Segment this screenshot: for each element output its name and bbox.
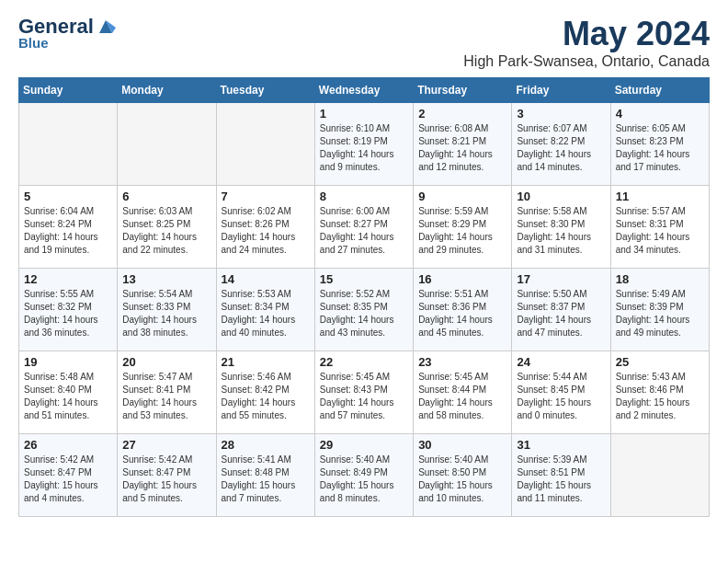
- header-sunday: Sunday: [19, 78, 118, 103]
- day-number: 16: [418, 272, 506, 286]
- day-number: 5: [24, 190, 112, 203]
- day-number: 30: [418, 438, 506, 452]
- day-info: Sunrise: 5:59 AM Sunset: 8:29 PM Dayligh…: [418, 205, 506, 257]
- day-info: Sunrise: 5:47 AM Sunset: 8:41 PM Dayligh…: [122, 371, 210, 422]
- day-number: 7: [222, 190, 310, 203]
- day-number: 11: [616, 190, 704, 203]
- day-number: 18: [616, 272, 704, 286]
- logo-blue: Blue: [18, 35, 49, 51]
- day-info: Sunrise: 5:46 AM Sunset: 8:42 PM Dayligh…: [222, 371, 310, 422]
- day-info: Sunrise: 6:04 AM Sunset: 8:24 PM Dayligh…: [24, 205, 112, 257]
- table-row: [118, 103, 216, 186]
- table-row: 26Sunrise: 5:42 AM Sunset: 8:47 PM Dayli…: [19, 434, 118, 517]
- day-info: Sunrise: 5:42 AM Sunset: 8:47 PM Dayligh…: [122, 454, 210, 505]
- calendar-week-row: 5Sunrise: 6:04 AM Sunset: 8:24 PM Daylig…: [19, 186, 710, 269]
- header-monday: Monday: [118, 78, 216, 103]
- table-row: 18Sunrise: 5:49 AM Sunset: 8:39 PM Dayli…: [610, 269, 709, 351]
- table-row: 5Sunrise: 6:04 AM Sunset: 8:24 PM Daylig…: [19, 186, 118, 269]
- day-info: Sunrise: 6:00 AM Sunset: 8:27 PM Dayligh…: [320, 205, 408, 257]
- table-row: [19, 103, 118, 186]
- day-info: Sunrise: 5:40 AM Sunset: 8:49 PM Dayligh…: [320, 454, 408, 505]
- calendar-table: Sunday Monday Tuesday Wednesday Thursday…: [18, 77, 710, 517]
- day-info: Sunrise: 5:45 AM Sunset: 8:43 PM Dayligh…: [320, 371, 408, 422]
- day-info: Sunrise: 6:02 AM Sunset: 8:26 PM Dayligh…: [222, 205, 310, 257]
- day-number: 26: [24, 438, 112, 452]
- day-info: Sunrise: 5:53 AM Sunset: 8:34 PM Dayligh…: [222, 288, 310, 339]
- table-row: 19Sunrise: 5:48 AM Sunset: 8:40 PM Dayli…: [19, 351, 118, 434]
- day-number: 21: [222, 355, 310, 369]
- table-row: 1Sunrise: 6:10 AM Sunset: 8:19 PM Daylig…: [314, 103, 413, 186]
- table-row: 15Sunrise: 5:52 AM Sunset: 8:35 PM Dayli…: [314, 269, 413, 351]
- day-number: 2: [418, 107, 506, 121]
- header-wednesday: Wednesday: [314, 78, 413, 103]
- table-row: 2Sunrise: 6:08 AM Sunset: 8:21 PM Daylig…: [414, 103, 512, 186]
- page-title: May 2024: [463, 15, 710, 53]
- table-row: 30Sunrise: 5:40 AM Sunset: 8:50 PM Dayli…: [414, 434, 512, 517]
- day-info: Sunrise: 5:58 AM Sunset: 8:30 PM Dayligh…: [517, 205, 605, 257]
- day-info: Sunrise: 5:43 AM Sunset: 8:46 PM Dayligh…: [616, 371, 704, 422]
- table-row: 28Sunrise: 5:41 AM Sunset: 8:48 PM Dayli…: [216, 434, 314, 517]
- table-row: 27Sunrise: 5:42 AM Sunset: 8:47 PM Dayli…: [118, 434, 216, 517]
- day-info: Sunrise: 5:48 AM Sunset: 8:40 PM Dayligh…: [24, 371, 112, 422]
- calendar-week-row: 1Sunrise: 6:10 AM Sunset: 8:19 PM Daylig…: [19, 103, 710, 186]
- table-row: 6Sunrise: 6:03 AM Sunset: 8:25 PM Daylig…: [118, 186, 216, 269]
- table-row: 7Sunrise: 6:02 AM Sunset: 8:26 PM Daylig…: [216, 186, 314, 269]
- day-info: Sunrise: 5:55 AM Sunset: 8:32 PM Dayligh…: [24, 288, 112, 339]
- page-subtitle: High Park-Swansea, Ontario, Canada: [463, 53, 710, 70]
- day-info: Sunrise: 5:39 AM Sunset: 8:51 PM Dayligh…: [517, 454, 605, 505]
- table-row: 22Sunrise: 5:45 AM Sunset: 8:43 PM Dayli…: [314, 351, 413, 434]
- table-row: 23Sunrise: 5:45 AM Sunset: 8:44 PM Dayli…: [414, 351, 512, 434]
- day-number: 27: [122, 438, 210, 452]
- day-number: 29: [320, 438, 408, 452]
- table-row: 9Sunrise: 5:59 AM Sunset: 8:29 PM Daylig…: [414, 186, 512, 269]
- day-info: Sunrise: 5:54 AM Sunset: 8:33 PM Dayligh…: [122, 288, 210, 339]
- header-thursday: Thursday: [414, 78, 512, 103]
- day-info: Sunrise: 5:44 AM Sunset: 8:45 PM Dayligh…: [517, 371, 605, 422]
- table-row: [610, 434, 709, 517]
- day-number: 14: [222, 272, 310, 286]
- table-row: 12Sunrise: 5:55 AM Sunset: 8:32 PM Dayli…: [19, 269, 118, 351]
- day-number: 3: [517, 107, 605, 121]
- day-number: 6: [122, 190, 210, 203]
- calendar-week-row: 19Sunrise: 5:48 AM Sunset: 8:40 PM Dayli…: [19, 351, 710, 434]
- title-block: May 2024 High Park-Swansea, Ontario, Can…: [463, 15, 710, 70]
- day-info: Sunrise: 6:07 AM Sunset: 8:22 PM Dayligh…: [517, 122, 605, 174]
- day-info: Sunrise: 5:51 AM Sunset: 8:36 PM Dayligh…: [418, 288, 506, 339]
- day-info: Sunrise: 5:45 AM Sunset: 8:44 PM Dayligh…: [418, 371, 506, 422]
- day-info: Sunrise: 5:50 AM Sunset: 8:37 PM Dayligh…: [517, 288, 605, 339]
- day-number: 17: [517, 272, 605, 286]
- day-number: 20: [122, 355, 210, 369]
- table-row: 4Sunrise: 6:05 AM Sunset: 8:23 PM Daylig…: [610, 103, 709, 186]
- table-row: 31Sunrise: 5:39 AM Sunset: 8:51 PM Dayli…: [512, 434, 610, 517]
- table-row: 10Sunrise: 5:58 AM Sunset: 8:30 PM Dayli…: [512, 186, 610, 269]
- calendar-header-row: Sunday Monday Tuesday Wednesday Thursday…: [19, 78, 710, 103]
- day-info: Sunrise: 6:05 AM Sunset: 8:23 PM Dayligh…: [616, 122, 704, 174]
- page-header: General Blue May 2024 High Park-Swansea,…: [18, 15, 710, 70]
- table-row: 29Sunrise: 5:40 AM Sunset: 8:49 PM Dayli…: [314, 434, 413, 517]
- logo: General Blue: [18, 15, 116, 51]
- day-number: 15: [320, 272, 408, 286]
- table-row: 16Sunrise: 5:51 AM Sunset: 8:36 PM Dayli…: [414, 269, 512, 351]
- day-info: Sunrise: 6:03 AM Sunset: 8:25 PM Dayligh…: [122, 205, 210, 257]
- day-info: Sunrise: 6:08 AM Sunset: 8:21 PM Dayligh…: [418, 122, 506, 174]
- day-number: 9: [418, 190, 506, 203]
- table-row: 13Sunrise: 5:54 AM Sunset: 8:33 PM Dayli…: [118, 269, 216, 351]
- header-friday: Friday: [512, 78, 610, 103]
- day-number: 22: [320, 355, 408, 369]
- day-info: Sunrise: 5:40 AM Sunset: 8:50 PM Dayligh…: [418, 454, 506, 505]
- table-row: 14Sunrise: 5:53 AM Sunset: 8:34 PM Dayli…: [216, 269, 314, 351]
- day-info: Sunrise: 5:49 AM Sunset: 8:39 PM Dayligh…: [616, 288, 704, 339]
- day-number: 12: [24, 272, 112, 286]
- table-row: 24Sunrise: 5:44 AM Sunset: 8:45 PM Dayli…: [512, 351, 610, 434]
- day-info: Sunrise: 5:42 AM Sunset: 8:47 PM Dayligh…: [24, 454, 112, 505]
- day-info: Sunrise: 5:57 AM Sunset: 8:31 PM Dayligh…: [616, 205, 704, 257]
- day-number: 25: [616, 355, 704, 369]
- table-row: 11Sunrise: 5:57 AM Sunset: 8:31 PM Dayli…: [610, 186, 709, 269]
- table-row: 25Sunrise: 5:43 AM Sunset: 8:46 PM Dayli…: [610, 351, 709, 434]
- day-number: 28: [222, 438, 310, 452]
- calendar-week-row: 12Sunrise: 5:55 AM Sunset: 8:32 PM Dayli…: [19, 269, 710, 351]
- day-number: 4: [616, 107, 704, 121]
- day-number: 8: [320, 190, 408, 203]
- table-row: 20Sunrise: 5:47 AM Sunset: 8:41 PM Dayli…: [118, 351, 216, 434]
- day-number: 19: [24, 355, 112, 369]
